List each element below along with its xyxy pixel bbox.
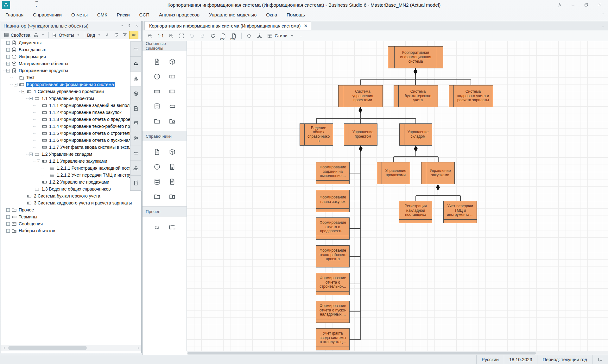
tree-item[interactable]: +Сообщения <box>1 220 141 227</box>
palette-symbol-frame-dashed-large[interactable] <box>168 223 177 232</box>
zoom-100-button[interactable]: 1:1 <box>156 32 165 40</box>
diagram-node[interactable]: Регистрация накладной поставщика <box>399 201 432 223</box>
tree-item[interactable]: −Корпоративная информационная система <box>1 81 141 88</box>
fit-screen-button[interactable] <box>177 32 186 40</box>
diagram-node[interactable]: Корпоративная информационная система <box>388 46 443 68</box>
menu-item-Справочники[interactable]: Справочники <box>28 10 66 19</box>
app-logo-icon[interactable] <box>2 1 10 9</box>
diagram-tab[interactable]: Корпоративная информационная система (Ин… <box>144 21 311 30</box>
tree-item[interactable]: 1.1.5 Формирование отчета о строительно- <box>1 130 141 137</box>
scrollbar-thumb[interactable] <box>8 346 87 350</box>
side-tab-label-icon[interactable] <box>130 42 141 57</box>
tree-expander[interactable]: + <box>6 222 10 226</box>
tree-item[interactable]: +Наборы объектов <box>1 227 141 234</box>
diagram-node[interactable]: Система бухгалтерского учета <box>394 85 438 107</box>
tree-item[interactable]: 1.1.2 Формирование плана закупок <box>1 109 141 116</box>
palette-symbol-term[interactable] <box>168 102 177 111</box>
diagram-node[interactable]: Формирование отчета о предпроектн... <box>316 217 350 240</box>
palette-symbol-subsystem-wide[interactable] <box>168 72 177 81</box>
tree-item[interactable]: +Информация <box>1 53 141 60</box>
zoom-in-button[interactable] <box>146 32 155 40</box>
menu-item-ССП[interactable]: ССП <box>135 10 154 19</box>
tree-item[interactable]: 1.2.2 Управление продажами <box>1 179 141 185</box>
menu-item-Главная[interactable]: Главная <box>1 10 28 19</box>
navigator-scrollbar[interactable] <box>1 345 141 351</box>
palette-symbol-document[interactable] <box>152 147 162 157</box>
menu-item-Помощь[interactable]: Помощь <box>282 10 310 19</box>
diagram-node[interactable]: Учет передачи ТМЦ и инструмента ... <box>443 201 477 223</box>
palette-symbol-info[interactable] <box>152 162 162 172</box>
pan-button[interactable] <box>244 32 254 40</box>
export-svg-button[interactable]: SVG <box>219 32 228 40</box>
view-button[interactable]: Вид <box>86 31 104 39</box>
properties-button[interactable]: Свойства <box>2 31 32 39</box>
diagram-node[interactable]: Система кадрового учета и расчета зарпла… <box>449 85 493 107</box>
side-tab-wheel-icon[interactable] <box>130 86 141 101</box>
tree-item[interactable]: +Документы <box>1 39 141 46</box>
tree-item[interactable]: 2 Система бухгалтерского учета <box>1 192 141 199</box>
close-button[interactable] <box>595 1 604 9</box>
palette-symbol-interface[interactable] <box>152 87 162 96</box>
tree-item[interactable]: −1.1 Управление проектом <box>1 95 141 102</box>
palette-symbol-database[interactable] <box>152 177 162 186</box>
scroll-right-icon[interactable] <box>135 345 141 351</box>
tree-item[interactable]: +Термины <box>1 213 141 220</box>
diagram-node[interactable]: Учет факта ввода системы в эксплуатац... <box>316 328 350 350</box>
quick-access-toggle[interactable]: ▔▾ <box>35 2 38 8</box>
scroll-left-icon[interactable] <box>1 345 7 351</box>
hierarchy-menu-button[interactable] <box>32 31 47 39</box>
diagram-node[interactable]: Формирование техно-рабочего проекта <box>316 245 350 267</box>
tree-expander[interactable]: + <box>6 62 10 66</box>
tree-expander[interactable]: − <box>14 83 17 86</box>
menu-item-Анализ процессов[interactable]: Анализ процессов <box>154 10 204 19</box>
diagram-node[interactable]: Управление проектом <box>344 123 377 146</box>
restore-button[interactable] <box>582 1 590 9</box>
palette-symbol-package[interactable] <box>168 147 177 157</box>
feedback-icon[interactable] <box>555 1 564 9</box>
tree-item[interactable]: +Материальные объекты <box>1 60 141 67</box>
tree-expander[interactable]: + <box>6 48 10 52</box>
side-tab-term-icon[interactable] <box>130 146 141 161</box>
menu-item-Отчеты[interactable]: Отчеты <box>66 10 92 19</box>
tree-item[interactable]: 3 Система кадрового учета и расчета зарп… <box>1 199 141 206</box>
styles-button[interactable]: Стили <box>265 32 296 40</box>
status-comment-icon[interactable] <box>592 355 608 364</box>
tree-expander[interactable]: − <box>22 90 25 93</box>
diagram-node[interactable]: Формирование отчета о пуско- наладочных … <box>316 301 350 323</box>
tree-item[interactable]: −1.2 Управление складом <box>1 151 141 158</box>
tree-expander[interactable]: + <box>6 55 10 59</box>
tree-item[interactable]: −1.2.1 Управление закупками <box>1 158 141 165</box>
reports-button[interactable]: Отчеты <box>50 31 82 39</box>
tree-item[interactable]: +Прочее <box>1 206 141 213</box>
side-tab-circles-icon[interactable] <box>130 72 141 86</box>
tree-item[interactable]: 1.1.7 Учет факта ввода системы в эксплуа… <box>1 144 141 151</box>
tree-item[interactable]: 1.1.4 Формирование техно-рабочего проект… <box>1 123 141 130</box>
palette-symbol-frame-dashed-small[interactable] <box>152 223 162 232</box>
close-icon[interactable] <box>135 24 139 28</box>
palette-symbol-folder[interactable] <box>152 116 162 126</box>
tree-item[interactable]: 1.2.1.2 Учет передачи ТМЦ и инструмента <box>1 172 141 179</box>
tree-item[interactable]: Test <box>1 74 141 81</box>
palette-symbol-document-badge[interactable] <box>168 162 177 172</box>
side-tab-images-icon[interactable] <box>130 116 141 131</box>
undo-button[interactable] <box>187 32 197 40</box>
hierarchy-button[interactable] <box>255 32 264 40</box>
palette-symbol-subsystem[interactable] <box>168 87 177 96</box>
tree-item[interactable]: −Программные продукты <box>1 67 141 74</box>
palette-symbol-document-lines[interactable] <box>168 177 177 186</box>
export-png-button[interactable]: PNG <box>229 32 238 40</box>
side-tab-document-new-icon[interactable] <box>130 176 141 191</box>
palette-symbol-database[interactable] <box>152 102 162 111</box>
filter-button[interactable] <box>121 31 129 39</box>
side-tab-hierarchy-icon[interactable] <box>130 161 141 176</box>
pin-icon[interactable] <box>127 24 131 28</box>
menu-item-Управление моделью[interactable]: Управление моделью <box>204 10 261 19</box>
diagram-canvas[interactable]: Корпоративная информационная системаСист… <box>187 41 608 352</box>
palette-symbol-objects-set[interactable] <box>168 116 177 126</box>
menu-item-СМК[interactable]: СМК <box>92 10 112 19</box>
diagram-node[interactable]: Управление складом <box>399 123 432 146</box>
diagram-node[interactable]: Формирование отчета о строительно-... <box>316 273 350 295</box>
side-tab-bubbles-icon[interactable] <box>130 131 141 146</box>
diagram-node[interactable]: Ведение общих справочнико в <box>300 123 333 146</box>
tab-close-icon[interactable]: ✕ <box>304 24 308 28</box>
